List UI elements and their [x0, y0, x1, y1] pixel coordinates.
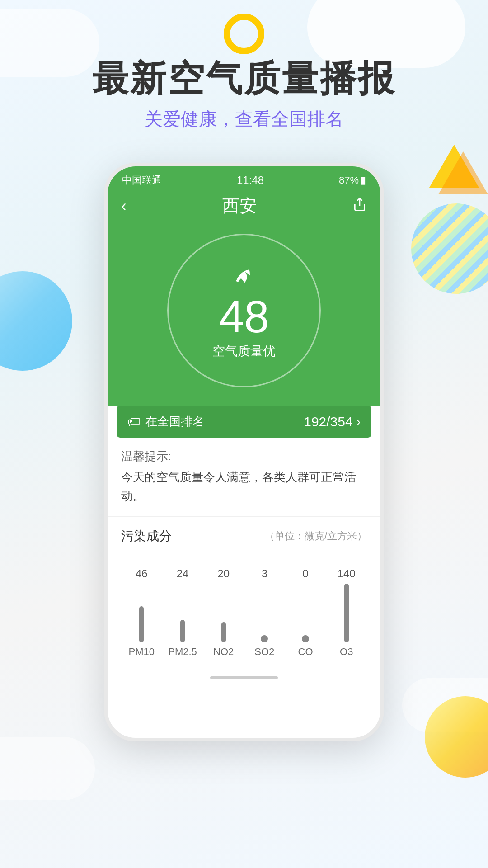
ranking-icon: 🏷 — [127, 414, 140, 429]
poll-name: NO2 — [213, 646, 234, 658]
ranking-label: 在全国排名 — [145, 414, 204, 429]
bg-stripe-ball — [411, 203, 488, 294]
home-bar — [210, 676, 278, 679]
title-area: 最新空气质量播报 关爱健康，查看全国排名 — [0, 59, 488, 132]
poll-name: PM2.5 — [168, 646, 197, 658]
poll-bar — [139, 606, 144, 642]
poll-item-pm10: 46PM10 — [121, 567, 162, 658]
battery-icon: ▮ — [361, 175, 366, 186]
aqi-value: 48 — [219, 294, 269, 339]
ranking-chevron: › — [357, 415, 361, 429]
aqi-circle: 48 空气质量优 — [167, 234, 321, 387]
poll-bar-container — [221, 584, 226, 642]
poll-item-pm2.5: 24PM2.5 — [162, 567, 203, 658]
tip-title: 温馨提示: — [121, 448, 367, 464]
poll-item-o3: 140O3 — [326, 567, 367, 658]
poll-dot — [261, 635, 268, 642]
ranking-left: 🏷 在全国排名 — [127, 414, 204, 429]
carrier-label: 中国联通 — [122, 174, 162, 187]
bg-cloud-4 — [0, 737, 95, 800]
sub-title: 关爱健康，查看全国排名 — [0, 107, 488, 132]
tip-text: 今天的空气质量令人满意，各类人群可正常活动。 — [121, 468, 367, 505]
pollutants-section: 污染成分 （单位：微克/立方米） 46PM1024PM2.520NO23SO20… — [108, 517, 380, 669]
top-ring-decoration — [224, 14, 264, 54]
leaf-icon — [232, 262, 256, 290]
poll-bar — [180, 620, 185, 642]
poll-name: CO — [298, 646, 313, 658]
poll-value-o3: 140 — [338, 567, 356, 580]
ranking-right: 192/354 › — [304, 414, 361, 429]
ranking-bar[interactable]: 🏷 在全国排名 192/354 › — [117, 406, 371, 438]
home-indicator — [108, 669, 380, 687]
poll-bar-container — [261, 584, 268, 642]
battery-status: 87% ▮ — [339, 175, 366, 186]
city-label: 西安 — [222, 194, 257, 217]
poll-bar-container — [344, 584, 349, 642]
tip-section: 温馨提示: 今天的空气质量令人满意，各类人群可正常活动。 — [108, 438, 380, 517]
aqi-section: 48 空气质量优 — [108, 225, 380, 406]
poll-bar-container — [139, 584, 144, 642]
pollutants-title: 污染成分 — [121, 528, 172, 545]
poll-name: SO2 — [254, 646, 274, 658]
poll-dot — [302, 635, 309, 642]
poll-value-no2: 20 — [217, 567, 230, 580]
main-title: 最新空气质量播报 — [0, 59, 488, 99]
status-bar: 中国联通 11:48 87% ▮ — [108, 166, 380, 191]
content-area: 温馨提示: 今天的空气质量令人满意，各类人群可正常活动。 污染成分 （单位：微克… — [108, 438, 380, 669]
bg-circle-blue — [0, 271, 72, 371]
poll-name: PM10 — [129, 646, 155, 658]
poll-bar — [344, 584, 349, 642]
poll-bar-container — [180, 584, 185, 642]
nav-bar: ‹ 西安 — [108, 191, 380, 225]
poll-item-co: 0CO — [285, 567, 326, 658]
battery-label: 87% — [339, 175, 359, 186]
poll-bar-container — [302, 584, 309, 642]
poll-value-pm2.5: 24 — [177, 567, 189, 580]
pollutants-bars: 46PM1024PM2.520NO23SO20CO140O3 — [121, 558, 367, 658]
bg-cloud-1 — [307, 0, 465, 68]
poll-value-so2: 3 — [262, 567, 267, 580]
time-label: 11:48 — [237, 174, 264, 187]
poll-name: O3 — [340, 646, 353, 658]
poll-item-no2: 20NO2 — [203, 567, 244, 658]
poll-value-co: 0 — [302, 567, 308, 580]
aqi-label: 空气质量优 — [212, 343, 276, 360]
ranking-current: 192/354 — [304, 414, 352, 429]
phone-mockup: 中国联通 11:48 87% ▮ ‹ 西安 48 空气质 — [104, 163, 384, 741]
poll-value-pm10: 46 — [136, 567, 148, 580]
back-button[interactable]: ‹ — [121, 197, 127, 216]
poll-item-so2: 3SO2 — [244, 567, 285, 658]
pollutants-header: 污染成分 （单位：微克/立方米） — [121, 528, 367, 545]
poll-bar — [221, 622, 226, 642]
pollutants-unit: （单位：微克/立方米） — [265, 529, 367, 543]
share-button[interactable] — [352, 197, 367, 215]
